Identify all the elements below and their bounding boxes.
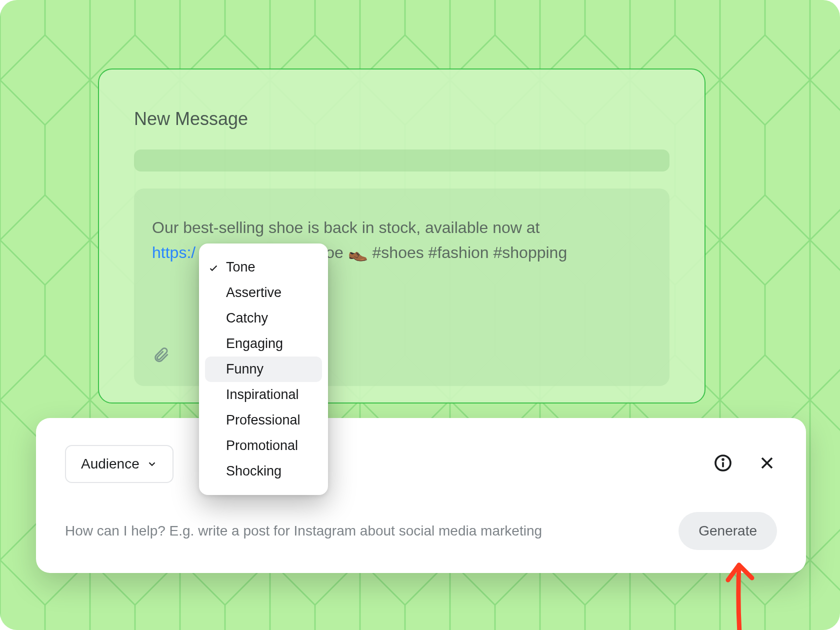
tone-option-label: Engaging	[226, 336, 283, 352]
ai-assist-panel: Audience Generate	[36, 418, 806, 573]
chevron-down-icon	[146, 458, 158, 470]
check-icon	[208, 262, 219, 273]
card-title: New Message	[134, 108, 670, 130]
prompt-input[interactable]	[65, 523, 658, 539]
composer-link[interactable]: https:/	[152, 244, 196, 262]
tone-option-label: Catchy	[226, 310, 268, 326]
shoe-emoji: 👞	[348, 240, 368, 266]
attachment-icon[interactable]	[152, 346, 170, 366]
generate-button[interactable]: Generate	[678, 512, 777, 550]
tone-option-funny[interactable]: Funny	[205, 356, 322, 382]
tone-option-catchy[interactable]: Catchy	[199, 306, 328, 331]
tone-menu-header: Tone	[199, 254, 328, 280]
tone-option-shocking[interactable]: Shocking	[199, 458, 328, 484]
recipient-bar[interactable]	[134, 150, 670, 172]
compose-card: New Message Our best-selling shoe is bac…	[98, 68, 706, 404]
tone-option-label: Assertive	[226, 285, 282, 300]
tone-option-label: Promotional	[226, 438, 298, 454]
audience-label: Audience	[81, 456, 140, 472]
tone-option-label: Shocking	[226, 464, 282, 479]
composer-text-before: Our best-selling shoe is back in stock, …	[152, 218, 540, 236]
tone-option-assertive[interactable]: Assertive	[199, 280, 328, 306]
tone-option-label: Funny	[226, 362, 264, 377]
tone-option-engaging[interactable]: Engaging	[199, 331, 328, 356]
audience-dropdown[interactable]: Audience	[65, 445, 174, 483]
composer-link-tail: oe	[326, 244, 344, 262]
composer-hashtags: #shoes #fashion #shopping	[368, 244, 568, 262]
svg-point-7	[722, 459, 724, 460]
tone-option-inspirational[interactable]: Inspirational	[199, 382, 328, 408]
tone-option-professional[interactable]: Professional	[199, 408, 328, 433]
tone-menu-header-label: Tone	[226, 260, 256, 275]
tone-option-label: Professional	[226, 412, 300, 428]
tone-menu[interactable]: Tone AssertiveCatchyEngagingFunnyInspira…	[199, 244, 328, 495]
tone-option-promotional[interactable]: Promotional	[199, 433, 328, 458]
close-icon[interactable]	[757, 453, 777, 475]
tone-option-label: Inspirational	[226, 387, 299, 402]
info-icon[interactable]	[713, 453, 733, 475]
